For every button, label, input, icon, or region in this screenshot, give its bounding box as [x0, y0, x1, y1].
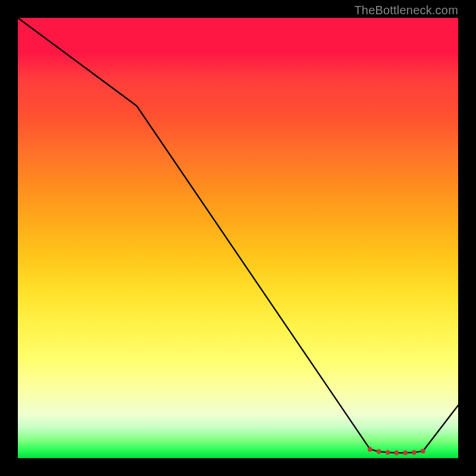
series-markers — [368, 447, 425, 455]
marker-point — [394, 450, 399, 455]
attribution-label: TheBottleneck.com — [354, 4, 458, 17]
series-line — [18, 18, 458, 453]
chart-svg — [18, 18, 458, 458]
marker-point — [403, 450, 408, 455]
marker-point — [368, 447, 372, 452]
marker-point — [421, 449, 425, 453]
marker-point — [412, 450, 416, 455]
marker-point — [377, 449, 381, 454]
chart-container: TheBottleneck.com — [0, 0, 476, 476]
marker-point — [386, 450, 390, 455]
plot-area — [18, 18, 458, 458]
